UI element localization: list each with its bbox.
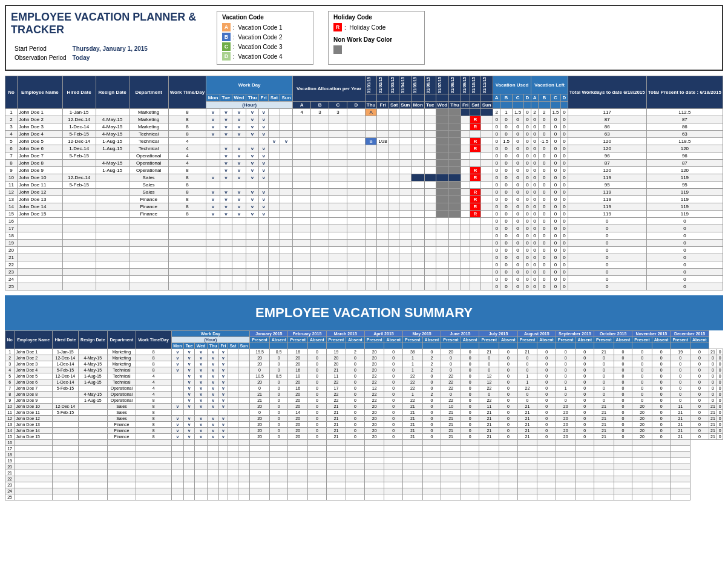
s-feb: February 2015 — [288, 331, 326, 337]
col-d8 — [449, 94, 461, 102]
summary-row: 4John Doe 45-Feb-154-May-15Technical8 vv… — [5, 367, 723, 373]
legend-block: Vacation Code A : Vacation Code 1 B : Va… — [217, 11, 425, 65]
non-work-section: Non Work Day Color — [333, 36, 419, 54]
box-c-icon: C — [222, 42, 231, 51]
summary-header: EMPLOYEE VACATION SUMMARY — [5, 295, 723, 330]
period-table: Start Period Thursday, January 1, 2015 O… — [11, 44, 151, 63]
s-jan: January 2015 — [250, 331, 288, 337]
u-d — [523, 102, 531, 109]
s-may-p: Present — [403, 337, 423, 343]
obs-label: Observation Period — [12, 54, 69, 62]
s-tue: Tue — [184, 343, 195, 349]
obs-value: Today — [70, 54, 150, 62]
summary-row: 23 — [5, 482, 723, 488]
s-oct: October 2015 — [594, 331, 632, 337]
legend-r: R : Holiday Code — [333, 23, 419, 31]
l-c — [550, 102, 560, 109]
table-row: 250000000000 — [5, 283, 723, 290]
summary-row: 10John Doe 1012-Dec-14Sales8 vvvvv 20020… — [5, 404, 723, 410]
s-a1 — [364, 343, 384, 349]
box-r-icon: R — [333, 23, 342, 31]
s-col-resign: Resign Date — [78, 331, 107, 349]
s-nv1 — [632, 343, 652, 349]
col-date-2: 01/02/15 — [377, 76, 389, 94]
col-work-day: Work Day — [206, 76, 293, 94]
s-se1 — [556, 343, 576, 349]
table-row: 4John Doe 45-Feb-154-May-15Technical8 vv… — [5, 131, 723, 138]
s-aug-a: Absent — [537, 337, 556, 343]
s-mar-a: Absent — [346, 337, 365, 343]
day-mon: Mon — [412, 102, 424, 109]
s-jan-p: Present — [250, 337, 270, 343]
s-feb-a: Absent — [308, 337, 327, 343]
s-oc2 — [614, 343, 632, 349]
s-col-hired: Hired Date — [53, 331, 79, 349]
l-b — [538, 102, 550, 109]
col-d2 — [377, 94, 389, 102]
legend-b-label: : Vacation Code 2 — [233, 34, 283, 41]
s-aug: August 2015 — [517, 331, 556, 337]
start-label: Start Period — [12, 45, 69, 53]
summary-row: 16 — [5, 440, 723, 446]
col-d7 — [436, 94, 449, 102]
vac-d: D — [347, 102, 365, 109]
s-m2 — [346, 343, 365, 349]
summary-row: 13John Doe 13Finance8 vvvvv 200200210200… — [5, 422, 723, 428]
col-d11 — [480, 94, 493, 102]
col-date-8: 01/08/15 — [449, 76, 461, 94]
s-jl2 — [499, 343, 518, 349]
left-b: B — [538, 94, 550, 102]
left-d: D — [561, 94, 568, 102]
s-may-a: Absent — [422, 337, 441, 343]
used-d: D — [523, 94, 531, 102]
s-my1 — [403, 343, 423, 349]
col-work-time: Work Time/Day — [168, 76, 206, 109]
legend-d-label: : Vacation Code 4 — [233, 53, 283, 60]
s-mon: Mon — [171, 343, 184, 349]
summary-row: 15John Doe 15Finance8 vvvvv 200200210200… — [5, 434, 723, 440]
u-a — [493, 102, 500, 109]
summary-row: 5John Doe 512-Dec-141-Aug-15Technical4 v… — [5, 373, 723, 379]
col-date-3: 01/03/15 — [389, 76, 399, 94]
day-fri: Fri — [377, 102, 389, 109]
col-vacation-used: Vacation Used — [493, 76, 531, 94]
col-d3 — [389, 94, 399, 102]
day-thu2: Thu — [449, 102, 461, 109]
table-row: 5John Doe 512-Dec-141-Aug-15Technical4 v… — [5, 138, 723, 145]
table-row: 14John Doe 14Finance8 vvvvv R 0000 0000 … — [5, 203, 723, 211]
col-total-present: Total Present to date : 6/18/2015 — [646, 76, 723, 109]
table-row: 6John Doe 61-Dec-141-Aug-15Technical4 vv… — [5, 145, 723, 152]
day-thu: Thu — [365, 102, 377, 109]
col-d6 — [424, 94, 436, 102]
summary-table: No Employee Name Hired Date Resign Date … — [5, 330, 723, 500]
table-row: 10John Doe 1012-Dec-14Sales8 vvvvv R 000… — [5, 174, 723, 182]
table-row: 240000000000 — [5, 276, 723, 283]
col-d5 — [412, 94, 424, 102]
left-a: A — [531, 94, 538, 102]
s-j1 — [250, 343, 270, 349]
legend-a-label: : Vacation Code 1 — [233, 24, 283, 31]
col-thu: Thu — [246, 94, 259, 102]
col-wed: Wed — [232, 94, 246, 102]
summary-row: 1John Doe 11-Jan-15Marketing8 vvvvv 19.5… — [5, 349, 723, 355]
table-row: 1John Doe 11-Jan-15Marketing8 vvvvv 433 … — [5, 109, 723, 116]
table-row: 220000000000 — [5, 261, 723, 269]
col-name: Employee Name — [18, 76, 63, 109]
vac-a: A — [293, 102, 311, 109]
u-b — [500, 102, 512, 109]
col-date-5: 01/05/15 — [412, 76, 424, 94]
s-sep: September 2015 — [556, 331, 594, 337]
vac-b: B — [311, 102, 329, 109]
day-fri2: Fri — [461, 102, 470, 109]
s-apr-p: Present — [364, 337, 384, 343]
s-se2 — [576, 343, 594, 349]
table-row: 8John Doe 84-May-15Operational4 vvvv 000… — [5, 160, 723, 167]
legend-d: D : Vacation Code 4 — [222, 52, 308, 61]
non-work-box-icon — [333, 45, 342, 54]
s-jun-p: Present — [441, 337, 461, 343]
planner-section: No Employee Name Hired Date Resign Date … — [5, 76, 723, 290]
s-hour: (Hour) — [171, 337, 250, 343]
s-col-dept: Department — [108, 331, 136, 349]
col-date-7: 01/07/15 — [436, 76, 449, 94]
s-f1 — [288, 343, 308, 349]
